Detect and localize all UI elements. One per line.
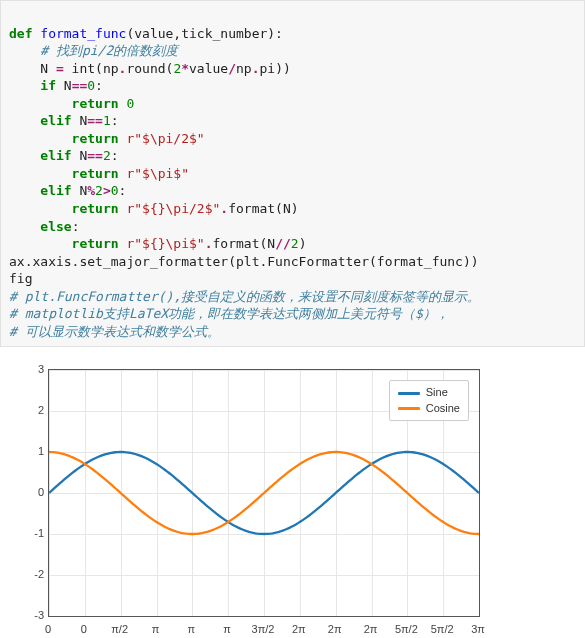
num: 0	[87, 78, 95, 93]
x-tick-label: π	[152, 623, 160, 635]
num: 1	[103, 113, 111, 128]
legend-item-sine: Sine	[398, 385, 460, 400]
chart: Sine Cosine -3-2-10123 00π/2πππ3π/22π2π2…	[18, 361, 488, 638]
comment: # plt.FuncFormatter(),接受自定义的函数，来设置不同刻度标签…	[9, 289, 480, 304]
chart-series-line	[49, 452, 479, 534]
x-tick-label: 0	[81, 623, 87, 635]
legend-item-cosine: Cosine	[398, 401, 460, 416]
code-text: format(N	[213, 236, 276, 251]
gridline-horizontal	[49, 616, 479, 617]
chart-legend: Sine Cosine	[389, 380, 469, 421]
x-tick-label: 2π	[364, 623, 378, 635]
code-text: pi))	[260, 61, 291, 76]
kw-elif: elif	[9, 183, 79, 198]
num: 2	[103, 148, 111, 163]
num: 0	[111, 183, 119, 198]
op: .	[220, 201, 228, 216]
code-text: )	[299, 236, 307, 251]
kw-else: else	[9, 219, 72, 234]
kw-elif: elif	[9, 113, 79, 128]
kw-return: return	[9, 201, 126, 216]
comment: # matplotlib支持LaTeX功能，即在数学表达式两侧加上美元符号（$）…	[9, 306, 449, 321]
y-tick-label: -1	[18, 527, 44, 539]
code-text: N	[9, 61, 56, 76]
op: .	[252, 61, 260, 76]
string: r"${}\pi/2$"	[126, 201, 220, 216]
code-text: ax.xaxis.set_major_formatter(plt.FuncFor…	[9, 254, 479, 269]
kw-def: def	[9, 26, 40, 41]
op: ==	[87, 113, 103, 128]
y-tick-label: 0	[18, 486, 44, 498]
kw-elif: elif	[9, 148, 79, 163]
kw-return: return	[9, 96, 126, 111]
op: ==	[87, 148, 103, 163]
code-text: round(	[126, 61, 173, 76]
kw-return: return	[9, 131, 126, 146]
plot-area: Sine Cosine	[48, 369, 480, 617]
op: >	[103, 183, 111, 198]
code-text: :	[111, 148, 119, 163]
x-tick-label: 5π/2	[395, 623, 418, 635]
code-text: :	[111, 113, 119, 128]
x-tick-label: 3π/2	[252, 623, 275, 635]
code-text: :	[119, 183, 127, 198]
chart-output: Sine Cosine -3-2-10123 00π/2πππ3π/22π2π2…	[0, 347, 585, 638]
code-text: N	[64, 78, 72, 93]
x-tick-label: π	[188, 623, 196, 635]
kw-return: return	[9, 166, 126, 181]
x-tick-label: π/2	[111, 623, 128, 635]
x-tick-label: 2π	[328, 623, 342, 635]
gridline-vertical	[479, 370, 480, 616]
legend-swatch-cosine	[398, 407, 420, 410]
op: %	[87, 183, 95, 198]
x-tick-label: 2π	[292, 623, 306, 635]
num: 0	[126, 96, 134, 111]
x-tick-label: 0	[45, 623, 51, 635]
string: r"$\pi/2$"	[126, 131, 204, 146]
x-tick-label: 3π	[471, 623, 485, 635]
code-block: def format_func(value,tick_number): # 找到…	[0, 0, 585, 347]
x-tick-label: 5π/2	[431, 623, 454, 635]
string: r"$\pi$"	[126, 166, 189, 181]
op: /	[228, 61, 236, 76]
code-text: value	[189, 61, 228, 76]
comment: # 可以显示数学表达式和数学公式。	[9, 324, 220, 339]
y-tick-label: -2	[18, 568, 44, 580]
legend-swatch-sine	[398, 392, 420, 395]
op: =	[56, 61, 64, 76]
func-name: format_func	[40, 26, 126, 41]
code-text: np	[236, 61, 252, 76]
code-text: :	[72, 219, 80, 234]
comment: # 找到pi/2的倍数刻度	[9, 43, 178, 58]
x-tick-label: π	[223, 623, 231, 635]
kw-return: return	[9, 236, 126, 251]
op: .	[205, 236, 213, 251]
string: r"${}\pi$"	[126, 236, 204, 251]
y-tick-label: -3	[18, 609, 44, 621]
code-text: fig	[9, 271, 32, 286]
y-tick-label: 3	[18, 363, 44, 375]
code-text: (value,tick_number):	[126, 26, 283, 41]
op: ==	[72, 78, 88, 93]
code-text: :	[95, 78, 103, 93]
y-tick-label: 1	[18, 445, 44, 457]
y-tick-label: 2	[18, 404, 44, 416]
legend-label: Sine	[426, 385, 448, 400]
code-text: format(N)	[228, 201, 298, 216]
num: 2	[291, 236, 299, 251]
legend-label: Cosine	[426, 401, 460, 416]
code-text: int(np	[64, 61, 119, 76]
op: *	[181, 61, 189, 76]
num: 2	[95, 183, 103, 198]
kw-if: if	[9, 78, 64, 93]
op: //	[275, 236, 291, 251]
